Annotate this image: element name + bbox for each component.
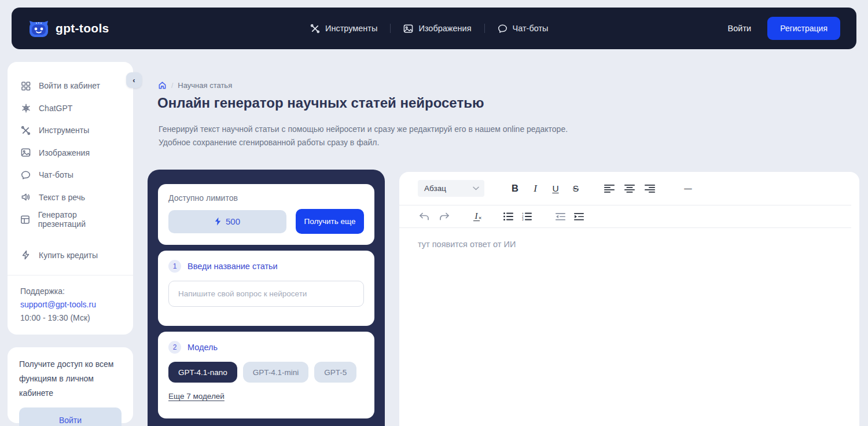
sidebar-item-label: Чат-боты	[39, 170, 73, 179]
images-icon	[20, 148, 31, 157]
nav-item-label: Чат-боты	[513, 24, 549, 33]
chevron-left-icon: ‹	[133, 76, 135, 85]
sidebar-item-chatgpt[interactable]: ChatGPT	[8, 97, 133, 120]
presentation-icon	[20, 215, 31, 225]
images-icon	[403, 24, 413, 34]
limits-value: 500	[226, 216, 240, 226]
page-description: Генерируй текст научной статьи с помощью…	[159, 123, 568, 149]
outdent-button[interactable]	[554, 210, 567, 223]
indent-button[interactable]	[572, 210, 585, 223]
support-label: Поддержка:	[20, 285, 120, 298]
sidebar-item-tts[interactable]: Текст в речь	[8, 186, 133, 209]
svg-text:3: 3	[522, 218, 524, 221]
model-option-gpt5[interactable]: GPT-5	[314, 362, 356, 383]
undo-button[interactable]	[418, 210, 431, 223]
step1-label: Введи название статьи	[187, 262, 278, 271]
nav-item-chatbots[interactable]: Чат-боты	[498, 24, 549, 34]
editor-toolbar-row1: Абзац B I U S	[399, 172, 851, 205]
nav-divider	[390, 24, 391, 33]
promo-text: Получите доступ ко всем функциям в лично…	[19, 357, 122, 401]
brand-logo[interactable]: gpt-tools	[28, 19, 109, 38]
sidebar-item-label: Инструменты	[39, 126, 89, 135]
nav-item-tools[interactable]: Инструменты	[310, 24, 377, 34]
nav-item-label: Инструменты	[325, 24, 377, 33]
limits-label: Доступно лимитов	[168, 193, 364, 203]
support-email-link[interactable]: support@gpt-tools.ru	[20, 298, 120, 311]
strikethrough-button[interactable]: S	[569, 182, 582, 196]
support-hours: 10:00 - 19:30 (Мск)	[20, 311, 120, 325]
register-button[interactable]: Регистрация	[767, 17, 840, 40]
model-option-gpt41-mini[interactable]: GPT-4.1-mini	[243, 362, 309, 383]
limits-counter: 500	[168, 210, 286, 233]
sidebar-item-buy-credits[interactable]: Купить кредиты	[8, 244, 133, 267]
editor-content-area[interactable]: тут появится ответ от ИИ	[399, 228, 859, 260]
description-line-1: Генерируй текст научной статьи с помощью…	[159, 123, 568, 136]
sidebar-item-images[interactable]: Изображения	[8, 142, 133, 164]
description-line-2: Удобное сохранение сгенированной работы …	[159, 136, 568, 149]
italic-button[interactable]: I	[529, 182, 542, 196]
align-right-button[interactable]	[643, 182, 656, 196]
model-option-gpt41-nano[interactable]: GPT-4.1-nano	[168, 362, 237, 383]
sidebar-item-label: Изображения	[39, 148, 90, 157]
breadcrumb-separator: /	[171, 82, 173, 90]
sidebar-item-cabinet[interactable]: Войти в кабинет	[8, 75, 133, 97]
main-nav: Инструменты Изображения Чат-боты	[310, 8, 549, 49]
breadcrumb-page: Научная статья	[178, 81, 232, 90]
sidebar-item-chatbots[interactable]: Чат-боты	[8, 164, 133, 186]
promo-login-button[interactable]: Войти	[19, 407, 122, 426]
tools-icon	[20, 126, 31, 135]
article-title-input[interactable]	[168, 281, 364, 307]
sidebar: Войти в кабинет ChatGPT Инструменты	[8, 62, 133, 335]
sidebar-collapse-button[interactable]: ‹	[126, 72, 142, 88]
nav-item-label: Изображения	[418, 24, 471, 33]
support-block: Поддержка: support@gpt-tools.ru 10:00 - …	[8, 276, 133, 334]
text-editor: Абзац B I U S	[399, 172, 859, 426]
model-selector: GPT-4.1-nano GPT-4.1-mini GPT-5	[168, 362, 364, 383]
chat-icon	[20, 170, 31, 180]
nav-divider	[484, 24, 485, 33]
sidebar-promo-card: Получите доступ ко всем функциям в лично…	[8, 347, 133, 423]
clear-formatting-button[interactable]: I✕	[470, 210, 483, 223]
limits-card: Доступно лимитов 500 Получить еще	[158, 184, 374, 245]
sidebar-item-tools[interactable]: Инструменты	[8, 119, 133, 142]
step-number-badge: 1	[168, 260, 181, 273]
generator-panel: Доступно лимитов 500 Получить еще 1 Введ…	[148, 170, 385, 426]
paragraph-style-select[interactable]: Абзац	[418, 180, 484, 197]
chat-icon	[498, 24, 507, 34]
tools-icon	[310, 24, 320, 34]
horizontal-rule-button[interactable]: —	[681, 182, 696, 196]
bullet-list-button[interactable]	[502, 210, 514, 223]
sidebar-item-presentations[interactable]: Генератор презентаций	[8, 208, 133, 231]
step2-label: Модель	[187, 343, 218, 352]
brand-name: gpt-tools	[56, 21, 109, 35]
sidebar-item-label: Текст в речь	[39, 193, 85, 202]
sidebar-item-label: Генератор презентаций	[38, 210, 120, 229]
home-icon[interactable]	[158, 81, 167, 90]
numbered-list-button[interactable]: 1 2 3	[520, 210, 533, 223]
sidebar-item-label: ChatGPT	[39, 104, 72, 113]
redo-button[interactable]	[438, 210, 451, 223]
horizontal-rule-glyph: —	[684, 184, 692, 193]
step-number-badge: 2	[168, 341, 181, 354]
nav-item-images[interactable]: Изображения	[403, 24, 471, 34]
sidebar-item-label: Войти в кабинет	[39, 81, 100, 90]
align-left-button[interactable]	[603, 182, 616, 196]
get-more-button[interactable]: Получить еще	[296, 209, 364, 234]
top-navbar: gpt-tools Инструменты Изображения	[12, 8, 856, 49]
chatgpt-icon	[20, 103, 31, 113]
lightning-icon	[215, 217, 221, 226]
login-link[interactable]: Войти	[728, 24, 752, 33]
page-title: Онлайн генератор научных статей нейросет…	[157, 95, 484, 111]
lightning-icon	[20, 250, 31, 260]
step2-card: 2 Модель GPT-4.1-nano GPT-4.1-mini GPT-5…	[158, 332, 374, 418]
editor-toolbar-row2: I✕ 1 2 3	[399, 205, 851, 228]
clear-formatting-icon: I✕	[473, 212, 480, 221]
step1-card: 1 Введи название статьи	[158, 251, 374, 326]
align-center-button[interactable]	[623, 182, 636, 196]
editor-placeholder-text: тут появится ответ от ИИ	[418, 240, 841, 249]
bold-button[interactable]: B	[509, 182, 521, 196]
underline-button[interactable]: U	[549, 182, 562, 196]
speaker-icon	[20, 192, 31, 202]
sidebar-item-label: Купить кредиты	[39, 251, 98, 260]
more-models-link[interactable]: Еще 7 моделей	[168, 392, 225, 401]
